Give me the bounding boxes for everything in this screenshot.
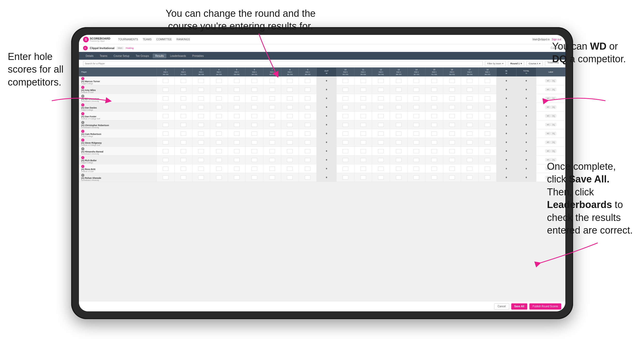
hole-7-score-player-3[interactable]: [263, 103, 281, 112]
score-input[interactable]: [181, 105, 186, 109]
hole-3-score-player-0[interactable]: [192, 76, 210, 85]
hole-18-score-player-11[interactable]: [479, 173, 497, 182]
score-input[interactable]: [431, 114, 437, 118]
score-input[interactable]: [163, 105, 168, 109]
hole-17-score-player-0[interactable]: [461, 76, 479, 85]
score-input[interactable]: [251, 140, 257, 144]
score-input[interactable]: [287, 149, 293, 153]
hole-2-score-player-2[interactable]: [174, 94, 192, 103]
score-input[interactable]: [305, 114, 310, 118]
hole-15-score-player-3[interactable]: [425, 103, 443, 112]
hole-8-score-player-7[interactable]: [281, 138, 299, 147]
score-input[interactable]: [198, 88, 204, 92]
wd-button[interactable]: WD: [545, 106, 551, 109]
hole-16-score-player-9[interactable]: [443, 156, 461, 164]
score-input[interactable]: [287, 123, 293, 127]
score-input[interactable]: [181, 96, 186, 101]
score-input[interactable]: [467, 88, 472, 92]
score-input[interactable]: [269, 123, 275, 127]
hole-17-score-player-5[interactable]: [461, 120, 479, 129]
hole-4-score-player-2[interactable]: [210, 94, 228, 103]
score-input[interactable]: [360, 175, 366, 180]
hole-12-score-player-5[interactable]: [372, 120, 390, 129]
hole-15-score-player-6[interactable]: [425, 129, 443, 138]
score-input[interactable]: [216, 114, 222, 118]
hole-1-score-player-3[interactable]: [157, 103, 175, 112]
hole-15-score-player-5[interactable]: [425, 120, 443, 129]
hole-6-score-player-2[interactable]: [246, 94, 263, 103]
hole-9-score-player-1[interactable]: [299, 85, 317, 94]
score-input[interactable]: [360, 123, 366, 127]
score-input[interactable]: [181, 140, 186, 144]
hole-6-score-player-10[interactable]: [246, 164, 263, 173]
hole-14-score-player-3[interactable]: [408, 103, 425, 112]
score-input[interactable]: [181, 167, 186, 171]
dq-button[interactable]: DQ: [551, 150, 556, 152]
hole-4-score-player-4[interactable]: [210, 112, 228, 120]
score-input[interactable]: [198, 105, 204, 109]
hole-9-score-player-3[interactable]: [299, 103, 317, 112]
hole-3-score-player-5[interactable]: [192, 120, 210, 129]
wd-button[interactable]: WD: [545, 150, 551, 152]
hole-6-score-player-8[interactable]: [246, 147, 263, 156]
score-input[interactable]: [449, 149, 455, 153]
score-input[interactable]: [216, 175, 222, 180]
hole-2-score-player-3[interactable]: [174, 103, 192, 112]
hole-14-score-player-4[interactable]: [408, 112, 425, 120]
hole-3-score-player-8[interactable]: [192, 147, 210, 156]
hole-10-score-player-5[interactable]: [337, 120, 354, 129]
hole-16-score-player-1[interactable]: [443, 85, 461, 94]
score-input[interactable]: [216, 167, 222, 171]
score-input[interactable]: [378, 79, 384, 83]
score-input[interactable]: [305, 79, 310, 83]
score-input[interactable]: [163, 123, 168, 127]
score-input[interactable]: [234, 132, 240, 136]
hole-11-score-player-0[interactable]: [354, 76, 372, 85]
hole-6-score-player-6[interactable]: [246, 129, 263, 138]
hole-16-score-player-3[interactable]: [443, 103, 461, 112]
hole-15-score-player-0[interactable]: [425, 76, 443, 85]
score-input[interactable]: [198, 167, 204, 171]
save-all-button[interactable]: Save All: [511, 303, 528, 310]
score-input[interactable]: [181, 114, 186, 118]
hole-17-score-player-6[interactable]: [461, 129, 479, 138]
hole-9-score-player-5[interactable]: [299, 120, 317, 129]
score-input[interactable]: [163, 88, 168, 92]
dq-button[interactable]: DQ: [551, 97, 556, 100]
hole-18-score-player-6[interactable]: [479, 129, 497, 138]
hole-7-score-player-0[interactable]: [263, 76, 281, 85]
dq-button[interactable]: DQ: [551, 141, 556, 144]
score-input[interactable]: [251, 123, 257, 127]
hole-4-score-player-6[interactable]: [210, 129, 228, 138]
score-input[interactable]: [485, 123, 490, 127]
hole-11-score-player-1[interactable]: [354, 85, 372, 94]
score-input[interactable]: [305, 158, 310, 162]
score-input[interactable]: [287, 114, 293, 118]
score-input[interactable]: [360, 114, 366, 118]
score-input[interactable]: [251, 158, 257, 162]
hole-6-score-player-7[interactable]: [246, 138, 263, 147]
hole-8-score-player-0[interactable]: [281, 76, 299, 85]
hole-17-score-player-7[interactable]: [461, 138, 479, 147]
hole-17-score-player-9[interactable]: [461, 156, 479, 164]
hole-14-score-player-6[interactable]: [408, 129, 425, 138]
hole-3-score-player-11[interactable]: [192, 173, 210, 182]
hole-7-score-player-11[interactable]: [263, 173, 281, 182]
score-input[interactable]: [269, 105, 275, 109]
score-input[interactable]: [234, 175, 240, 180]
hole-12-score-player-8[interactable]: [372, 147, 390, 156]
hole-10-score-player-8[interactable]: [337, 147, 354, 156]
score-input[interactable]: [198, 140, 204, 144]
score-input[interactable]: [485, 114, 490, 118]
score-input[interactable]: [413, 149, 419, 153]
hole-1-score-player-9[interactable]: [157, 156, 175, 164]
hole-8-score-player-8[interactable]: [281, 147, 299, 156]
dq-button[interactable]: DQ: [551, 132, 556, 135]
score-input[interactable]: [485, 158, 490, 162]
wd-button[interactable]: WD: [545, 88, 551, 91]
score-input[interactable]: [396, 123, 402, 127]
score-input[interactable]: [431, 158, 437, 162]
hole-15-score-player-1[interactable]: [425, 85, 443, 94]
score-input[interactable]: [269, 132, 275, 136]
score-input[interactable]: [163, 158, 168, 162]
